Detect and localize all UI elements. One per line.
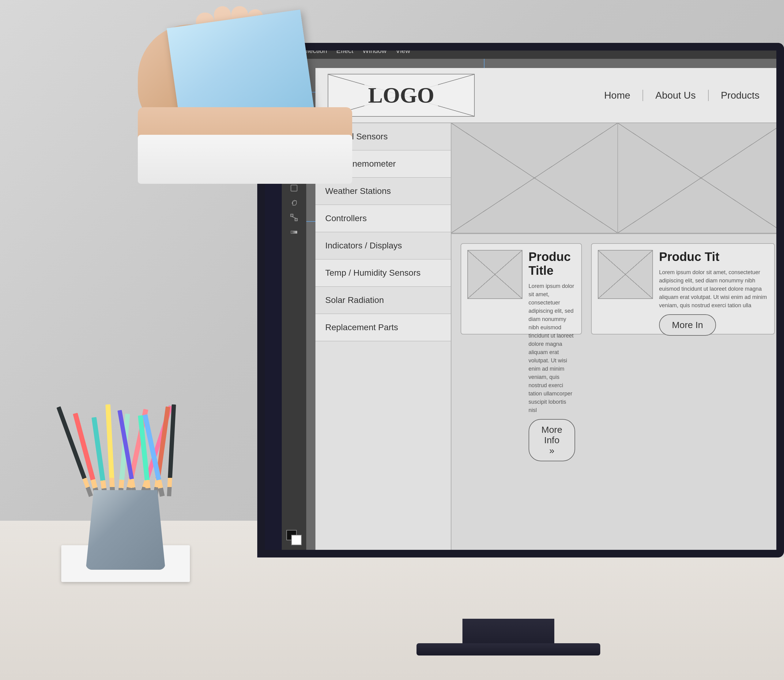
cup-body xyxy=(86,490,165,570)
nav-item-about[interactable]: About Us xyxy=(643,90,708,101)
product-more-btn-2[interactable]: More In xyxy=(659,314,716,336)
nav-item-products[interactable]: Products xyxy=(708,90,772,101)
monitor-base xyxy=(416,643,600,655)
sidebar-item-4[interactable]: Indicators / Displays xyxy=(316,232,451,260)
image-placeholder-2 xyxy=(618,123,784,233)
wireframe-content: Produc Title Lorem ipsum dolor sit amet,… xyxy=(451,123,784,557)
path-tool-icon[interactable] xyxy=(289,212,300,223)
sidebar-item-3[interactable]: Controllers xyxy=(316,205,451,232)
sleeve xyxy=(138,135,352,184)
product-title-1: Produc Title xyxy=(529,250,575,277)
product-card-1: Produc Title Lorem ipsum dolor sit amet,… xyxy=(460,243,582,334)
product-card-2: Produc Tit Lorem ipsum dolor sit amet, c… xyxy=(591,243,775,334)
pencils xyxy=(89,429,174,496)
gradient-tool-icon[interactable] xyxy=(289,227,300,238)
canvas-area: LOGO Home About Us Products Rainfall Sen… xyxy=(306,59,784,557)
svg-rect-5 xyxy=(291,231,297,233)
svg-rect-4 xyxy=(295,219,297,221)
nav-item-home[interactable]: Home xyxy=(592,90,643,101)
wireframe-main: Rainfall Sensors Wind Anemometer Weather… xyxy=(316,123,784,557)
product-image-2 xyxy=(598,250,653,299)
product-desc-1: Lorem ipsum dolor sit amet, consectetuer… xyxy=(529,282,575,414)
pencil-cup xyxy=(77,453,174,570)
wireframe-header: LOGO Home About Us Products xyxy=(316,68,784,123)
color-swatch[interactable] xyxy=(286,530,302,545)
product-desc-2: Lorem ipsum dolor sit amet, consectetuer… xyxy=(659,268,768,310)
product-info-2: Produc Tit Lorem ipsum dolor sit amet, c… xyxy=(659,250,768,328)
wireframe-canvas: LOGO Home About Us Products Rainfall Sen… xyxy=(316,68,784,557)
hand-with-note-area xyxy=(138,0,352,184)
product-title-2: Produc Tit xyxy=(659,250,768,264)
wireframe-products-row: Produc Title Lorem ipsum dolor sit amet,… xyxy=(451,233,784,344)
svg-rect-3 xyxy=(291,214,293,217)
product-more-btn-1[interactable]: More Info » xyxy=(529,419,575,461)
product-image-1 xyxy=(467,250,522,299)
sidebar-item-6[interactable]: Solar Radiation xyxy=(316,287,451,314)
ps-menu-window[interactable]: Window xyxy=(363,47,387,55)
wireframe-images-row xyxy=(451,123,784,233)
image-placeholder-1 xyxy=(451,123,618,233)
hand-tool-icon[interactable] xyxy=(289,197,300,208)
background-color[interactable] xyxy=(291,535,302,545)
logo-text: LOGO xyxy=(365,83,438,108)
wireframe-nav: Home About Us Products xyxy=(592,90,772,101)
shape-tool-icon[interactable] xyxy=(289,183,300,194)
svg-rect-2 xyxy=(291,185,297,191)
sidebar-item-5[interactable]: Temp / Humidity Sensors xyxy=(316,260,451,287)
wireframe-sidebar: Rainfall Sensors Wind Anemometer Weather… xyxy=(316,123,451,557)
product-info-1: Produc Title Lorem ipsum dolor sit amet,… xyxy=(529,250,575,328)
sidebar-item-7[interactable]: Replacement Parts xyxy=(316,314,451,341)
ps-menu-view[interactable]: View xyxy=(396,47,410,55)
